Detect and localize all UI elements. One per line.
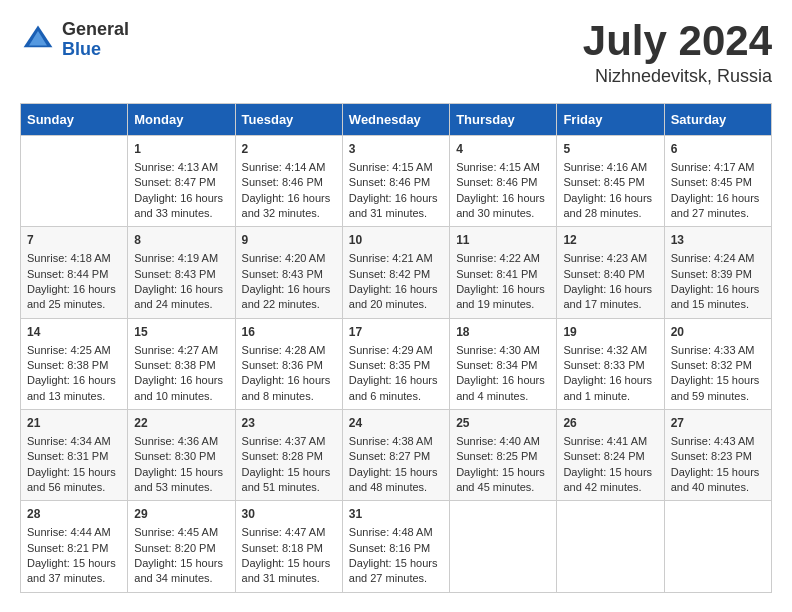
cell-content: Sunrise: 4:16 AM xyxy=(563,160,657,175)
cell-content: and 1 minute. xyxy=(563,389,657,404)
calendar-cell: 16Sunrise: 4:28 AMSunset: 8:36 PMDayligh… xyxy=(235,318,342,409)
col-header-thursday: Thursday xyxy=(450,104,557,136)
calendar-cell xyxy=(21,136,128,227)
cell-content: Sunrise: 4:32 AM xyxy=(563,343,657,358)
day-number: 12 xyxy=(563,232,657,249)
cell-content: Sunrise: 4:15 AM xyxy=(456,160,550,175)
col-header-sunday: Sunday xyxy=(21,104,128,136)
logo-text: General Blue xyxy=(62,20,129,60)
cell-content: and 15 minutes. xyxy=(671,297,765,312)
cell-content: and 31 minutes. xyxy=(242,571,336,586)
title-area: July 2024 Nizhnedevitsk, Russia xyxy=(583,20,772,87)
cell-content: and 34 minutes. xyxy=(134,571,228,586)
day-number: 6 xyxy=(671,141,765,158)
calendar-cell: 18Sunrise: 4:30 AMSunset: 8:34 PMDayligh… xyxy=(450,318,557,409)
cell-content: Sunrise: 4:21 AM xyxy=(349,251,443,266)
day-number: 24 xyxy=(349,415,443,432)
cell-content: Sunrise: 4:40 AM xyxy=(456,434,550,449)
calendar-cell: 13Sunrise: 4:24 AMSunset: 8:39 PMDayligh… xyxy=(664,227,771,318)
cell-content: Sunrise: 4:22 AM xyxy=(456,251,550,266)
day-number: 21 xyxy=(27,415,121,432)
cell-content: and 48 minutes. xyxy=(349,480,443,495)
cell-content: Daylight: 16 hours xyxy=(456,191,550,206)
cell-content: Sunset: 8:36 PM xyxy=(242,358,336,373)
calendar-header-row: SundayMondayTuesdayWednesdayThursdayFrid… xyxy=(21,104,772,136)
cell-content: and 31 minutes. xyxy=(349,206,443,221)
cell-content: Sunrise: 4:27 AM xyxy=(134,343,228,358)
cell-content: Daylight: 15 hours xyxy=(671,373,765,388)
cell-content: Daylight: 16 hours xyxy=(134,373,228,388)
day-number: 19 xyxy=(563,324,657,341)
cell-content: Sunset: 8:16 PM xyxy=(349,541,443,556)
calendar-cell: 8Sunrise: 4:19 AMSunset: 8:43 PMDaylight… xyxy=(128,227,235,318)
calendar-cell: 10Sunrise: 4:21 AMSunset: 8:42 PMDayligh… xyxy=(342,227,449,318)
cell-content: and 30 minutes. xyxy=(456,206,550,221)
cell-content: Sunset: 8:38 PM xyxy=(134,358,228,373)
cell-content: Daylight: 16 hours xyxy=(671,191,765,206)
calendar-week-row: 28Sunrise: 4:44 AMSunset: 8:21 PMDayligh… xyxy=(21,501,772,592)
day-number: 9 xyxy=(242,232,336,249)
cell-content: Sunset: 8:34 PM xyxy=(456,358,550,373)
cell-content: and 27 minutes. xyxy=(349,571,443,586)
cell-content: Daylight: 16 hours xyxy=(134,282,228,297)
cell-content: Sunset: 8:32 PM xyxy=(671,358,765,373)
cell-content: Sunrise: 4:23 AM xyxy=(563,251,657,266)
cell-content: and 27 minutes. xyxy=(671,206,765,221)
day-number: 8 xyxy=(134,232,228,249)
cell-content: and 10 minutes. xyxy=(134,389,228,404)
cell-content: Sunset: 8:24 PM xyxy=(563,449,657,464)
col-header-saturday: Saturday xyxy=(664,104,771,136)
cell-content: Sunset: 8:20 PM xyxy=(134,541,228,556)
day-number: 31 xyxy=(349,506,443,523)
cell-content: Daylight: 15 hours xyxy=(349,556,443,571)
cell-content: Sunrise: 4:20 AM xyxy=(242,251,336,266)
calendar-cell: 20Sunrise: 4:33 AMSunset: 8:32 PMDayligh… xyxy=(664,318,771,409)
cell-content: and 24 minutes. xyxy=(134,297,228,312)
cell-content: and 28 minutes. xyxy=(563,206,657,221)
calendar-week-row: 1Sunrise: 4:13 AMSunset: 8:47 PMDaylight… xyxy=(21,136,772,227)
cell-content: Daylight: 15 hours xyxy=(242,556,336,571)
cell-content: Sunrise: 4:15 AM xyxy=(349,160,443,175)
calendar-cell: 15Sunrise: 4:27 AMSunset: 8:38 PMDayligh… xyxy=(128,318,235,409)
cell-content: Daylight: 15 hours xyxy=(27,465,121,480)
day-number: 3 xyxy=(349,141,443,158)
cell-content: and 51 minutes. xyxy=(242,480,336,495)
calendar-cell: 2Sunrise: 4:14 AMSunset: 8:46 PMDaylight… xyxy=(235,136,342,227)
cell-content: Daylight: 15 hours xyxy=(134,556,228,571)
day-number: 2 xyxy=(242,141,336,158)
calendar-cell: 22Sunrise: 4:36 AMSunset: 8:30 PMDayligh… xyxy=(128,410,235,501)
col-header-monday: Monday xyxy=(128,104,235,136)
cell-content: Sunset: 8:18 PM xyxy=(242,541,336,556)
day-number: 15 xyxy=(134,324,228,341)
cell-content: Daylight: 16 hours xyxy=(456,282,550,297)
day-number: 11 xyxy=(456,232,550,249)
cell-content: Sunset: 8:46 PM xyxy=(242,175,336,190)
page-header: General Blue July 2024 Nizhnedevitsk, Ru… xyxy=(20,20,772,87)
day-number: 30 xyxy=(242,506,336,523)
day-number: 1 xyxy=(134,141,228,158)
cell-content: Sunset: 8:43 PM xyxy=(134,267,228,282)
cell-content: Sunset: 8:46 PM xyxy=(456,175,550,190)
cell-content: Daylight: 15 hours xyxy=(134,465,228,480)
calendar-cell xyxy=(557,501,664,592)
day-number: 25 xyxy=(456,415,550,432)
cell-content: Sunset: 8:40 PM xyxy=(563,267,657,282)
cell-content: Sunrise: 4:17 AM xyxy=(671,160,765,175)
calendar-cell: 17Sunrise: 4:29 AMSunset: 8:35 PMDayligh… xyxy=(342,318,449,409)
cell-content: and 40 minutes. xyxy=(671,480,765,495)
cell-content: and 45 minutes. xyxy=(456,480,550,495)
cell-content: and 17 minutes. xyxy=(563,297,657,312)
cell-content: Sunrise: 4:48 AM xyxy=(349,525,443,540)
calendar-cell: 31Sunrise: 4:48 AMSunset: 8:16 PMDayligh… xyxy=(342,501,449,592)
cell-content: and 4 minutes. xyxy=(456,389,550,404)
cell-content: and 59 minutes. xyxy=(671,389,765,404)
cell-content: Sunset: 8:30 PM xyxy=(134,449,228,464)
calendar-cell: 7Sunrise: 4:18 AMSunset: 8:44 PMDaylight… xyxy=(21,227,128,318)
calendar-cell: 24Sunrise: 4:38 AMSunset: 8:27 PMDayligh… xyxy=(342,410,449,501)
cell-content: Sunrise: 4:38 AM xyxy=(349,434,443,449)
calendar-cell: 23Sunrise: 4:37 AMSunset: 8:28 PMDayligh… xyxy=(235,410,342,501)
cell-content: Sunrise: 4:14 AM xyxy=(242,160,336,175)
cell-content: Sunrise: 4:37 AM xyxy=(242,434,336,449)
cell-content: Sunrise: 4:18 AM xyxy=(27,251,121,266)
cell-content: and 37 minutes. xyxy=(27,571,121,586)
